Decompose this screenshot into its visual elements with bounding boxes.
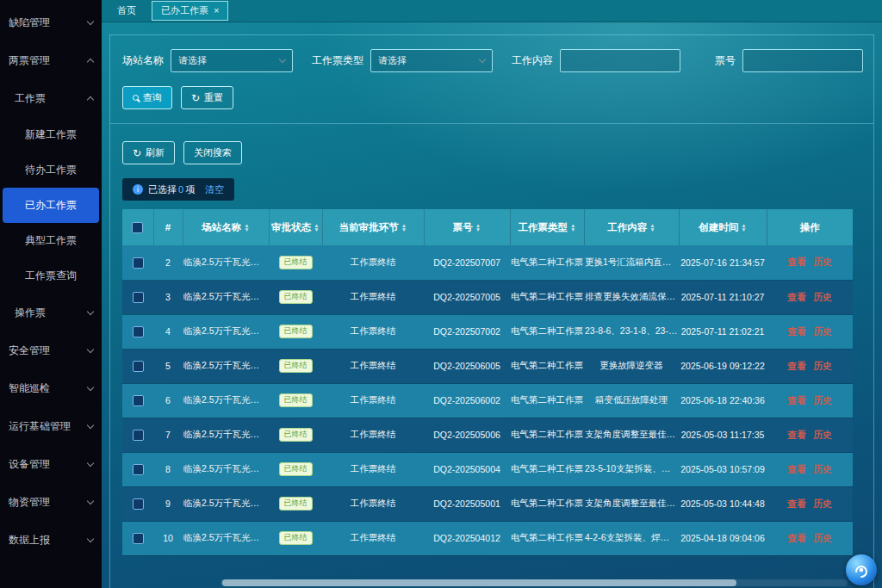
row-index: 9 — [153, 486, 183, 521]
history-link[interactable]: 历史 — [813, 395, 832, 405]
clear-selection-link[interactable]: 清空 — [205, 183, 224, 196]
column-header[interactable]: 场站名称▲▼ — [183, 209, 269, 245]
column-header-label: # — [165, 222, 171, 232]
sidebar-item[interactable]: 两票管理 — [0, 41, 102, 79]
view-link[interactable]: 查看 — [787, 464, 806, 474]
view-link[interactable]: 查看 — [787, 430, 806, 440]
row-checkbox[interactable] — [133, 464, 144, 475]
row-station: 临涣2.5万千瓦光伏电... — [183, 280, 269, 314]
query-button-label: 查询 — [143, 91, 162, 104]
sort-icon[interactable]: ▲▼ — [314, 223, 319, 232]
ticket-type-select[interactable]: 请选择 — [370, 49, 493, 72]
chevron-up-icon — [87, 58, 94, 65]
assistant-float-button[interactable] — [846, 554, 877, 585]
sidebar-item-label: 新建工作票 — [25, 127, 77, 142]
sidebar: 缺陷管理两票管理工作票新建工作票待办工作票已办工作票典型工作票工作票查询操作票安… — [0, 0, 102, 588]
view-link[interactable]: 查看 — [787, 326, 806, 337]
sidebar-item-label: 物资管理 — [9, 495, 50, 510]
column-header-label: 审批状态 — [271, 222, 311, 232]
sidebar-item[interactable]: 新建工作票 — [0, 117, 102, 152]
row-station: 临涣2.5万千瓦光伏电... — [183, 245, 269, 280]
chevron-down-icon — [479, 56, 486, 63]
sidebar-item[interactable]: 运行基础管理 — [0, 407, 102, 445]
column-header[interactable]: 工作票类型▲▼ — [510, 209, 584, 245]
history-link[interactable]: 历史 — [813, 361, 832, 371]
row-created-time: 2025-07-11 21:10:27 — [679, 280, 767, 314]
sidebar-item[interactable]: 缺陷管理 — [0, 3, 102, 41]
sidebar-item[interactable]: 物资管理 — [0, 483, 102, 521]
row-checkbox[interactable] — [133, 533, 144, 544]
query-button[interactable]: 查询 — [122, 86, 172, 109]
row-checkbox[interactable] — [133, 257, 144, 269]
column-header[interactable]: 工作内容▲▼ — [584, 209, 679, 245]
sort-icon[interactable]: ▲▼ — [244, 223, 249, 232]
tab-home[interactable]: 首页 — [109, 2, 145, 20]
reset-button[interactable]: ↻ 重置 — [181, 86, 233, 109]
row-ticket-type: 电气第二种工作票 — [510, 280, 584, 314]
row-status-cell: 已终结 — [269, 383, 322, 418]
sidebar-item[interactable]: 设备管理 — [0, 445, 102, 483]
row-approval-step: 工作票终结 — [322, 383, 424, 418]
sidebar-item[interactable]: 典型工作票 — [0, 223, 102, 258]
view-link[interactable]: 查看 — [787, 533, 806, 543]
station-name-select[interactable]: 请选择 — [171, 49, 293, 72]
sidebar-item[interactable]: 工作票 — [0, 79, 102, 117]
sidebar-item[interactable]: 数据上报 — [0, 521, 102, 559]
view-link[interactable]: 查看 — [787, 257, 806, 267]
column-header-label: 工作票类型 — [519, 222, 568, 232]
sidebar-item[interactable]: 安全管理 — [0, 331, 102, 369]
row-checkbox[interactable] — [133, 326, 144, 337]
history-link[interactable]: 历史 — [813, 533, 832, 543]
column-header[interactable]: 审批状态▲▼ — [269, 209, 322, 245]
row-status-cell: 已终结 — [269, 486, 322, 521]
sort-icon[interactable]: ▲▼ — [741, 223, 746, 232]
row-index: 5 — [153, 349, 183, 383]
work-content-input[interactable] — [560, 49, 680, 72]
sidebar-item[interactable]: 工作票查询 — [0, 258, 102, 294]
history-link[interactable]: 历史 — [813, 326, 832, 337]
history-link[interactable]: 历史 — [813, 292, 832, 302]
ticket-no-input[interactable] — [742, 49, 863, 72]
view-link[interactable]: 查看 — [787, 292, 806, 302]
tab-done-work-tickets[interactable]: 已办工作票 × — [152, 1, 228, 21]
reset-button-label: 重置 — [204, 91, 223, 104]
sort-icon[interactable]: ▲▼ — [401, 223, 407, 232]
selection-text: 已选择0项 — [148, 183, 195, 196]
refresh-button[interactable]: ↻ 刷新 — [122, 141, 175, 164]
column-header[interactable]: 票号▲▼ — [424, 209, 510, 245]
row-approval-step: 工作票终结 — [322, 452, 424, 486]
column-header[interactable]: 创建时间▲▼ — [679, 209, 767, 245]
sidebar-item[interactable]: 操作票 — [0, 294, 102, 331]
close-search-button[interactable]: 关闭搜索 — [183, 141, 242, 164]
row-checkbox[interactable] — [133, 430, 144, 441]
sidebar-item[interactable]: 已办工作票 — [3, 188, 99, 223]
horizontal-scrollbar-thumb[interactable] — [222, 579, 736, 586]
row-actions: 查看历史 — [767, 314, 853, 349]
select-all-checkbox[interactable] — [132, 222, 143, 233]
sidebar-item[interactable]: 待办工作票 — [0, 152, 102, 188]
refresh-icon: ↻ — [133, 148, 141, 158]
history-link[interactable]: 历史 — [813, 464, 832, 474]
row-checkbox[interactable] — [133, 361, 144, 372]
column-header[interactable]: 当前审批环节▲▼ — [322, 209, 424, 245]
chevron-down-icon — [87, 17, 94, 24]
row-ticket-no: DQ2-202506002 — [424, 383, 510, 418]
view-link[interactable]: 查看 — [787, 498, 806, 509]
sidebar-menu: 缺陷管理两票管理工作票新建工作票待办工作票已办工作票典型工作票工作票查询操作票安… — [0, 3, 102, 559]
sidebar-item[interactable]: 智能巡检 — [0, 369, 102, 407]
filter-row: 场站名称 请选择 工作票类型 请选择 工作内容 票号 — [110, 35, 873, 72]
tab-close-icon[interactable]: × — [214, 6, 219, 15]
sort-icon[interactable]: ▲▼ — [649, 223, 655, 232]
history-link[interactable]: 历史 — [813, 257, 832, 267]
history-link[interactable]: 历史 — [813, 498, 832, 509]
sort-icon[interactable]: ▲▼ — [475, 223, 481, 232]
row-created-time: 2025-05-03 10:57:09 — [679, 452, 767, 486]
row-checkbox[interactable] — [133, 395, 144, 406]
sort-icon[interactable]: ▲▼ — [570, 223, 575, 232]
row-checkbox[interactable] — [133, 498, 144, 510]
status-badge: 已终结 — [279, 497, 313, 511]
view-link[interactable]: 查看 — [787, 361, 806, 371]
row-checkbox[interactable] — [133, 292, 144, 303]
view-link[interactable]: 查看 — [787, 395, 806, 405]
history-link[interactable]: 历史 — [813, 430, 832, 440]
